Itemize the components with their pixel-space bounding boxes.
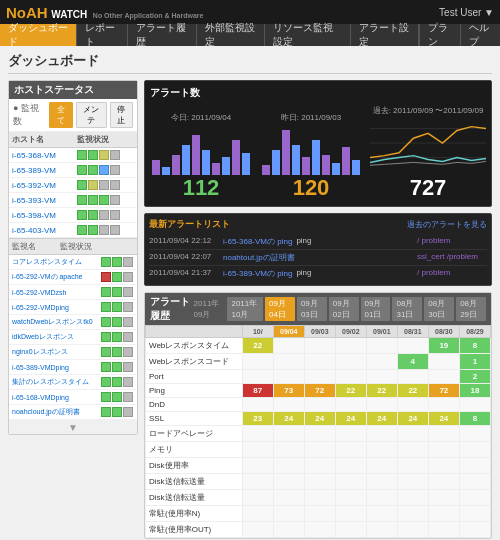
history-cell [242, 354, 273, 370]
latest-alerts-more-link[interactable]: 過去のアラートを見る [407, 219, 487, 230]
service-status-cell [98, 270, 137, 285]
bar1 [152, 160, 160, 175]
history-cell: 2 [459, 370, 490, 384]
filter-stop-btn[interactable]: 停止 [110, 102, 133, 128]
service-name-cell[interactable]: i-65-292-VMの apache [9, 270, 98, 285]
status-box [112, 392, 122, 402]
history-cell: 8 [459, 412, 490, 426]
host-name-cell[interactable]: i-65-389-VM [9, 163, 74, 178]
status-box [123, 347, 133, 357]
history-table-head: 10/09/0409/0309/0209/0108/3108/3008/29 [146, 326, 491, 338]
main-layout: ホストステータス ● 監視数 全て メンテ 停止 ホスト名 監視状況 i [8, 80, 492, 539]
history-col-date: 10/ [242, 326, 273, 338]
history-col-date: 09/02 [335, 326, 366, 338]
status-box [112, 302, 122, 312]
host-name-cell[interactable]: i-65-393-VM [9, 193, 74, 208]
history-cell [459, 490, 490, 506]
nav-resource-monitor[interactable]: リソース監視設定 [265, 24, 351, 46]
history-tab[interactable]: 2011年10月 [227, 297, 263, 321]
service-status-cell [98, 390, 137, 405]
nav-external-monitor[interactable]: 外部監視設定 [197, 24, 265, 46]
nav-dashboard[interactable]: ダッシュボード [0, 24, 77, 46]
host-name-cell[interactable]: i-65-392-VM [9, 178, 74, 193]
history-row: Webレスポンスタイム22198 [146, 338, 491, 354]
history-cell: 24 [428, 412, 459, 426]
history-cell [273, 490, 304, 506]
history-row-name: 常駐(使用率OUT) [146, 522, 243, 538]
history-tab[interactable]: 09月04日 [265, 297, 295, 321]
host-status-cell [74, 208, 137, 223]
history-cell: 23 [242, 412, 273, 426]
service-name-cell[interactable]: i-65-389-VMDping [9, 360, 98, 375]
history-cell [366, 354, 397, 370]
history-title: アラート履歴 [150, 295, 194, 323]
bar4 [182, 145, 190, 175]
history-cell [366, 474, 397, 490]
history-tab[interactable]: 08月31日 [392, 297, 422, 321]
history-cell [273, 442, 304, 458]
service-name-cell[interactable]: watchDwebレスポンスtk0 [9, 315, 98, 330]
nav-alert-history[interactable]: アラート履歴 [128, 24, 196, 46]
status-box [123, 257, 133, 267]
host-status-cell [74, 148, 137, 163]
service-name-cell[interactable]: idkDwebレスポンス [9, 330, 98, 345]
history-cell [335, 370, 366, 384]
alert-host: i-65-389-VMの ping [223, 268, 292, 279]
service-row: 集計のレスポンスタイム [9, 375, 137, 390]
host-row: i-65-392-VM [9, 178, 137, 193]
nav-help[interactable]: ヘルプ [460, 24, 500, 46]
status-box [101, 332, 111, 342]
host-name-cell[interactable]: i-65-403-VM [9, 223, 74, 238]
user-menu[interactable]: Test User ▼ [439, 7, 494, 18]
history-cell [273, 338, 304, 354]
host-name-cell[interactable]: i-65-368-VM [9, 148, 74, 163]
nav-plan[interactable]: プラン [419, 24, 459, 46]
host-status-cell [74, 178, 137, 193]
latest-alerts-title: 最新アラートリスト [149, 218, 230, 231]
status-box [101, 392, 111, 402]
host-status-cell [74, 223, 137, 238]
status-box [77, 180, 87, 190]
ybar1 [262, 165, 270, 175]
nav-report[interactable]: レポート [77, 24, 128, 46]
history-cell [397, 398, 428, 412]
history-cell: 24 [397, 412, 428, 426]
bar2 [162, 167, 170, 175]
service-name-cell[interactable]: i-65-292-VMDzsh [9, 285, 98, 300]
status-box [112, 287, 122, 297]
history-tab[interactable]: 09月03日 [297, 297, 327, 321]
ybar2 [272, 150, 280, 175]
service-name-cell[interactable]: i-65-168-VMDping [9, 390, 98, 405]
history-cell [428, 458, 459, 474]
service-name-cell[interactable]: nginx0レスポンス [9, 345, 98, 360]
history-tab[interactable]: 09月02日 [329, 297, 359, 321]
history-cell [335, 398, 366, 412]
history-tab[interactable]: 08月30日 [424, 297, 454, 321]
host-status-panel: ホストステータス ● 監視数 全て メンテ 停止 ホスト名 監視状況 i [8, 80, 138, 435]
filter-maintenance-btn[interactable]: メンテ [76, 102, 107, 128]
history-cell [335, 506, 366, 522]
history-cell [428, 426, 459, 442]
status-box [112, 272, 122, 282]
history-cell [304, 522, 335, 538]
history-row: Disk送信転送量 [146, 490, 491, 506]
nav-alert-settings[interactable]: アラート設定 [351, 24, 419, 46]
status-box [88, 180, 98, 190]
service-name-cell[interactable]: コアレスポンスタイム [9, 255, 98, 270]
page-title: ダッシュボード [8, 52, 492, 74]
history-tab[interactable]: 09月01日 [361, 297, 391, 321]
history-cell [428, 522, 459, 538]
history-cell [366, 370, 397, 384]
history-cell [242, 370, 273, 384]
service-name-cell[interactable]: 集計のレスポンスタイム [9, 375, 98, 390]
history-cell [397, 506, 428, 522]
status-box [101, 317, 111, 327]
history-cell [335, 426, 366, 442]
history-cell [335, 490, 366, 506]
history-tab[interactable]: 08月29日 [456, 297, 486, 321]
filter-all-btn[interactable]: 全て [49, 102, 72, 128]
host-name-cell[interactable]: i-65-398-VM [9, 208, 74, 223]
service-name-cell[interactable]: i-65-292-VMDping [9, 300, 98, 315]
service-name-cell[interactable]: noahcloud.jpの証明書 [9, 405, 98, 420]
history-cell [304, 426, 335, 442]
